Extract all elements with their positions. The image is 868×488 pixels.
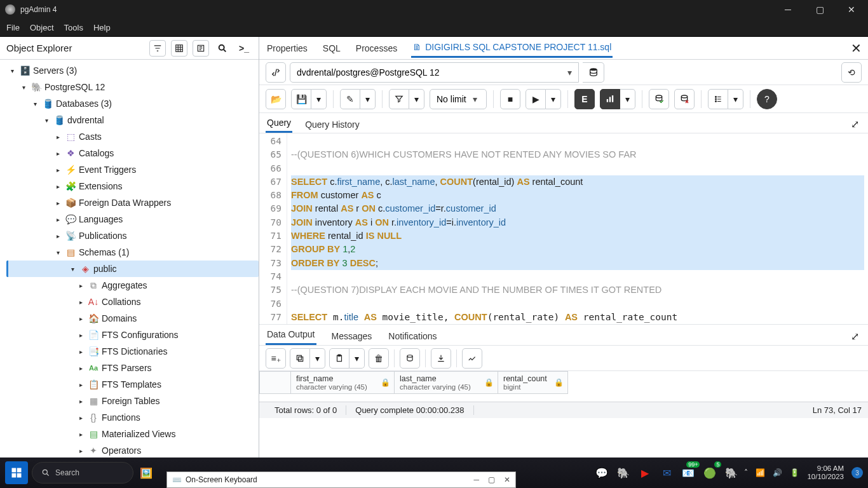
outtab-messages[interactable]: Messages: [330, 327, 374, 345]
delete-row-button[interactable]: 🗑: [369, 348, 389, 369]
osk-close[interactable]: ✕: [504, 475, 510, 484]
clock[interactable]: 9:06 AM 10/10/2023: [807, 464, 844, 481]
battery-icon[interactable]: 🔋: [790, 468, 799, 477]
add-row-button[interactable]: ≡₊: [266, 348, 286, 369]
tree-extensions[interactable]: ▸🧩Extensions: [3, 178, 259, 194]
taskbar-search[interactable]: Search: [32, 462, 133, 484]
tree-dvdrental[interactable]: ▾🛢️dvdrental: [3, 112, 259, 128]
limit-select[interactable]: No limit ▾: [430, 89, 487, 109]
tree-fts-templates[interactable]: ▸📋FTS Templates: [3, 376, 259, 393]
col-last-name[interactable]: last_name character varying (45) 🔒: [395, 371, 498, 394]
stop-button[interactable]: ■: [500, 89, 520, 109]
edit-dropdown-button[interactable]: ▾: [360, 89, 376, 109]
server-icon-button[interactable]: [583, 62, 604, 83]
tree-publications[interactable]: ▸📡Publications: [3, 227, 259, 244]
taskbar-pgadmin-icon[interactable]: 🐘: [614, 464, 632, 482]
sql-editor[interactable]: 64 65 66 67 68 69 70 71 72 73 74 75 76 7…: [259, 133, 868, 324]
tree-mat-views[interactable]: ▸▤Materialized Views: [3, 426, 259, 442]
taskbar-outlook-icon[interactable]: ✉: [658, 464, 675, 482]
obj-explorer-grid-icon[interactable]: [171, 40, 187, 57]
tab-file[interactable]: 🗎 DIGIGIRLS SQL CAPSTONE PROJECT 11.sql: [411, 38, 613, 58]
tab-close-icon[interactable]: ✕: [851, 41, 862, 56]
tree-fts-parsers[interactable]: ▸AaFTS Parsers: [3, 360, 259, 376]
expand-editor-icon[interactable]: ⤢: [848, 116, 862, 133]
volume-icon[interactable]: 🔊: [773, 468, 782, 477]
onscreen-keyboard-window[interactable]: ⌨️ On-Screen Keyboard ─ ▢ ✕: [166, 471, 516, 488]
tree-aggregates[interactable]: ▸⧉Aggregates: [3, 277, 259, 294]
tree-operators[interactable]: ▸✦Operators: [3, 442, 259, 458]
taskbar-pgadmin2-icon[interactable]: 🐘: [722, 464, 740, 482]
tree-domains[interactable]: ▸🏠Domains: [3, 310, 259, 327]
edit-button[interactable]: ✎: [340, 89, 360, 109]
filter-dropdown-button[interactable]: ▾: [409, 89, 424, 109]
connection-status-icon[interactable]: [266, 62, 286, 83]
download-button[interactable]: [431, 348, 451, 369]
tree-casts[interactable]: ▸⬚Casts: [3, 128, 259, 145]
subtab-history[interactable]: Query History: [304, 116, 361, 133]
explain-dropdown-button[interactable]: ▾: [620, 89, 635, 109]
macros-dropdown-button[interactable]: ▾: [728, 89, 743, 109]
osk-maximize[interactable]: ▢: [488, 475, 495, 484]
tree-schemas[interactable]: ▾▤Schemas (1): [3, 244, 259, 261]
osk-minimize[interactable]: ─: [473, 475, 479, 484]
paste-button[interactable]: [329, 348, 349, 369]
menu-object[interactable]: Object: [30, 23, 54, 32]
open-file-button[interactable]: 📂: [266, 89, 286, 109]
tree-fts-conf[interactable]: ▸📄FTS Configurations: [3, 327, 259, 343]
save-data-button[interactable]: [400, 348, 420, 369]
rollback-button[interactable]: [674, 89, 695, 109]
close-button[interactable]: ✕: [840, 2, 863, 17]
copy-button[interactable]: [290, 348, 310, 369]
menu-file[interactable]: File: [6, 23, 20, 32]
tree-servers[interactable]: ▾🗄️Servers (3): [3, 62, 259, 79]
tree-databases[interactable]: ▾🛢️Databases (3): [3, 95, 259, 112]
save-button[interactable]: 💾: [291, 89, 311, 109]
save-dropdown-button[interactable]: ▾: [311, 89, 327, 109]
search-icon[interactable]: [214, 40, 231, 57]
menu-tools[interactable]: Tools: [64, 23, 83, 32]
tree-fts-dict[interactable]: ▸📑FTS Dictionaries: [3, 343, 259, 360]
reset-layout-button[interactable]: ⟲: [841, 62, 862, 83]
tree-public[interactable]: ▾◈public: [6, 261, 259, 277]
tree-functions[interactable]: ▸{}Functions: [3, 409, 259, 426]
macros-button[interactable]: [708, 89, 728, 109]
help-button[interactable]: ?: [757, 89, 777, 109]
explain-button[interactable]: E: [574, 89, 595, 109]
chart-button[interactable]: [462, 348, 482, 369]
terminal-icon[interactable]: >_: [236, 40, 252, 57]
tree-event-triggers[interactable]: ▸⚡Event Triggers: [3, 161, 259, 178]
tree-fdw[interactable]: ▸📦Foreign Data Wrappers: [3, 194, 259, 211]
taskbar-app-1[interactable]: 🖼️: [137, 464, 155, 482]
tree-catalogs[interactable]: ▸❖Catalogs: [3, 145, 259, 161]
tab-sql[interactable]: SQL: [322, 39, 342, 57]
taskbar-youtube-icon[interactable]: ▶: [636, 464, 654, 482]
col-rental-count[interactable]: rental_count bigint 🔒: [498, 371, 568, 394]
notifications-icon[interactable]: 3: [851, 467, 863, 478]
taskbar-chat-icon[interactable]: 💬: [593, 464, 611, 482]
execute-button[interactable]: ▶: [526, 89, 546, 109]
obj-explorer-filter-icon[interactable]: [149, 40, 166, 57]
commit-button[interactable]: [649, 89, 669, 109]
expand-output-icon[interactable]: ⤢: [848, 328, 862, 345]
tree-pg12[interactable]: ▾🐘PostgreSQL 12: [3, 79, 259, 95]
tree-collations[interactable]: ▸A↓Collations: [3, 294, 259, 310]
outtab-data[interactable]: Data Output: [266, 325, 316, 345]
copy-dropdown-button[interactable]: ▾: [310, 348, 325, 369]
col-first-name[interactable]: first_name character varying (45) 🔒: [291, 371, 395, 394]
minimize-button[interactable]: ─: [776, 2, 799, 17]
paste-dropdown-button[interactable]: ▾: [349, 348, 365, 369]
filter-button[interactable]: [389, 89, 409, 109]
outtab-notifications[interactable]: Notifications: [387, 327, 438, 345]
wifi-icon[interactable]: 📶: [756, 468, 765, 477]
execute-dropdown-button[interactable]: ▾: [546, 89, 561, 109]
tray-chevron-icon[interactable]: ˄: [744, 468, 748, 477]
obj-explorer-props-icon[interactable]: [193, 40, 209, 57]
maximize-button[interactable]: ▢: [808, 2, 831, 17]
connection-select[interactable]: dvdrental/postgres@PostgreSQL 12 ▾: [290, 62, 579, 83]
explain-analyze-button[interactable]: [600, 89, 620, 109]
tab-properties[interactable]: Properties: [266, 39, 309, 57]
tree-foreign-tables[interactable]: ▸▦Foreign Tables: [3, 393, 259, 409]
tree-languages[interactable]: ▸💬Languages: [3, 211, 259, 227]
start-button[interactable]: [5, 461, 28, 484]
results-grid[interactable]: first_name character varying (45) 🔒 last…: [259, 371, 868, 402]
